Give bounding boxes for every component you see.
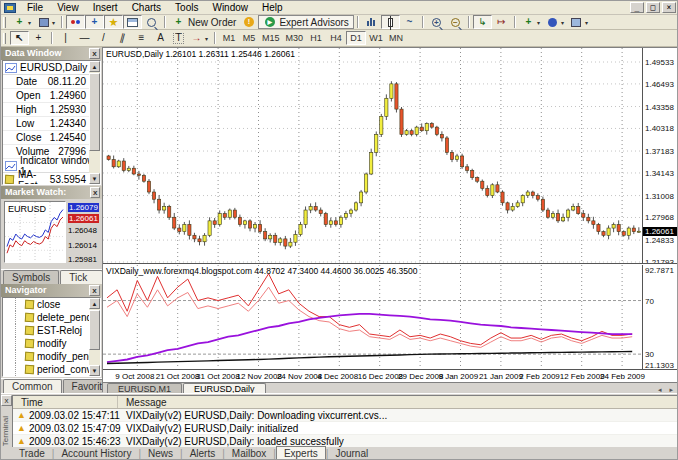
scroll-thumb[interactable] — [89, 73, 100, 151]
timeframe-w1-button[interactable]: W1 — [366, 31, 386, 45]
strategy-tester-button[interactable] — [142, 15, 161, 29]
metaeditor-button[interactable]: ! — [239, 15, 258, 29]
terminal-log-row[interactable]: ▲2009.03.02 15:47:09VIXDaily(v2) EURUSD,… — [13, 422, 677, 435]
terminal-tab-trade[interactable]: Trade — [12, 447, 52, 460]
chart-line-button[interactable]: ~ — [400, 15, 419, 29]
scroll-down-icon[interactable]: ▼ — [89, 173, 100, 184]
market-watch-symbols-tab[interactable]: Symbols — [3, 270, 59, 284]
trend-line-icon: / — [97, 32, 110, 44]
toolbar-separator — [214, 32, 216, 44]
text-label-button[interactable]: T — [170, 31, 187, 45]
terminal-tab-journal[interactable]: Journal — [328, 447, 375, 460]
chart-bars-button[interactable] — [362, 15, 381, 29]
trend-line-button[interactable]: / — [94, 31, 113, 45]
indicator-axis[interactable]: 92.7871703021.1303 — [642, 265, 678, 370]
terminal-col-message[interactable]: Message — [118, 396, 171, 408]
terminal-col-time[interactable]: Time — [13, 396, 118, 408]
toolbar-grip[interactable] — [3, 17, 6, 28]
chart-shift-button[interactable]: ↦ — [492, 15, 511, 29]
timeframe-m30-button[interactable]: M30 — [283, 31, 307, 45]
restore-icon[interactable]: □ — [646, 2, 660, 13]
close-icon[interactable]: × — [662, 2, 676, 13]
toolbar-grip[interactable] — [3, 33, 6, 44]
terminal-tab-alerts[interactable]: Alerts — [183, 447, 223, 460]
warning-icon: ▲ — [17, 410, 26, 420]
close-icon[interactable]: x — [1, 395, 12, 406]
periods-button[interactable]: ▾ — [543, 15, 567, 29]
close-icon[interactable]: x — [89, 285, 100, 296]
navigator-item-readingwebl[interactable]: ReadingWebl — [3, 376, 100, 377]
zoom-out-button[interactable]: − — [446, 15, 465, 29]
navigator-item-close[interactable]: close — [3, 298, 100, 311]
navigator-item-delete-pendi[interactable]: delete_pendi — [3, 311, 100, 324]
price-axis[interactable]: 1.495331.464931.433581.403181.371831.341… — [642, 48, 678, 264]
menu-help[interactable]: Help — [255, 1, 290, 14]
navigator-tabs: CommonFavorites — [1, 378, 102, 393]
vertical-line-button[interactable]: | — [56, 31, 75, 45]
menu-view[interactable]: View — [50, 1, 86, 14]
navigator-item-est-reloj[interactable]: EST-Reloj — [3, 324, 100, 337]
navigator-button[interactable]: ★ — [104, 15, 123, 29]
text-button[interactable]: A — [151, 31, 170, 45]
profiles-button[interactable]: ▾ — [34, 15, 58, 29]
horizontal-line-button[interactable]: — — [75, 31, 94, 45]
terminal-log-row[interactable]: ▲2009.03.02 15:47:11VIXDaily(v2) EURUSD,… — [13, 409, 677, 422]
menu-charts[interactable]: Charts — [125, 1, 168, 14]
timeframe-mn-button[interactable]: MN — [386, 31, 406, 45]
terminal-tab-news[interactable]: News — [141, 447, 180, 460]
menu-file[interactable]: File — [20, 1, 50, 14]
scroll-thumb[interactable] — [89, 310, 100, 350]
expert-advisors-button[interactable]: ▶Expert Advisors — [258, 15, 353, 29]
close-icon[interactable]: x — [90, 187, 100, 198]
navigator-item-period-conv[interactable]: period_conv — [3, 363, 100, 376]
scroll-up-icon[interactable]: ▲ — [89, 298, 100, 309]
menu-window[interactable]: Window — [205, 1, 255, 14]
timeframe-h4-button[interactable]: H4 — [326, 31, 346, 45]
navigator-scrollbar[interactable]: ▲ ▼ — [89, 298, 100, 376]
time-axis[interactable]: 9 Oct 200821 Oct 200831 Oct 200812 Nov 2… — [103, 371, 678, 382]
cursor-icon: ↖ — [13, 32, 26, 44]
navigator-item-modify[interactable]: modify — [3, 337, 100, 350]
navigator-item-modify-pend[interactable]: modify_pend — [3, 350, 100, 363]
crosshair-button[interactable]: + — [29, 31, 48, 45]
fibonacci-button[interactable]: ≡ — [132, 31, 151, 45]
minimize-icon[interactable]: _ — [630, 2, 644, 13]
timeframe-d1-button[interactable]: D1 — [346, 31, 366, 45]
templates-button[interactable]: ▾ — [567, 15, 591, 29]
indicator-pane[interactable]: VIXDaily_www.forexmq4.blogspot.com 44.87… — [103, 265, 642, 370]
data-window-button[interactable]: + — [85, 15, 104, 29]
new-order-button[interactable]: +New Order — [169, 15, 239, 29]
new-chart-button[interactable]: +▾ — [10, 15, 34, 29]
price-tick-label: 1.43358 — [645, 103, 674, 112]
data-window-scrollbar[interactable]: ▲ ▼ — [89, 61, 100, 184]
data-window-panel: Data Window x EURUSD,DailyDate08.11.20Op… — [1, 47, 102, 186]
zoom-in-button[interactable]: + — [427, 15, 446, 29]
chart-candles-button[interactable] — [381, 15, 400, 29]
equidistant-channel-button[interactable]: ∥ — [113, 31, 132, 45]
close-icon[interactable]: x — [89, 48, 100, 59]
indicators-button[interactable]: +▾ — [519, 15, 543, 29]
market-watch-tick-chart-tab[interactable]: Tick Chart — [60, 270, 102, 284]
terminal-tab-account-history[interactable]: Account History — [54, 447, 138, 460]
timeframe-m1-button[interactable]: M1 — [219, 31, 239, 45]
menu-insert[interactable]: Insert — [86, 1, 125, 14]
timeframe-h1-button[interactable]: H1 — [306, 31, 326, 45]
market-watch-button[interactable] — [66, 15, 85, 29]
scroll-down-icon[interactable]: ▼ — [89, 365, 100, 376]
timeframe-m15-button[interactable]: M15 — [259, 31, 283, 45]
price-chart-pane[interactable]: EURUSD,Daily 1.26101 1.26311 1.25446 1.2… — [103, 48, 642, 264]
tick-chart[interactable]: EURUSD — [4, 201, 66, 263]
timeframe-m5-button[interactable]: M5 — [239, 31, 259, 45]
terminal-button[interactable] — [123, 15, 142, 29]
price-tick-label: 1.46493 — [645, 80, 674, 89]
terminal-tab-experts[interactable]: Experts — [276, 446, 326, 460]
auto-scroll-button[interactable]: ↳ — [473, 15, 492, 29]
cursor-button[interactable]: ↖ — [10, 31, 29, 45]
warning-icon: ▲ — [17, 436, 26, 446]
scroll-up-icon[interactable]: ▲ — [89, 61, 100, 72]
navigator-common-tab[interactable]: Common — [3, 379, 62, 393]
terminal-tab-mailbox[interactable]: Mailbox — [225, 447, 273, 460]
menu-tools[interactable]: Tools — [168, 1, 205, 14]
terminal-panel: x Terminal Time Message ▲2009.03.02 15:4… — [1, 393, 678, 460]
arrows-button[interactable]: →▾ — [187, 31, 211, 45]
